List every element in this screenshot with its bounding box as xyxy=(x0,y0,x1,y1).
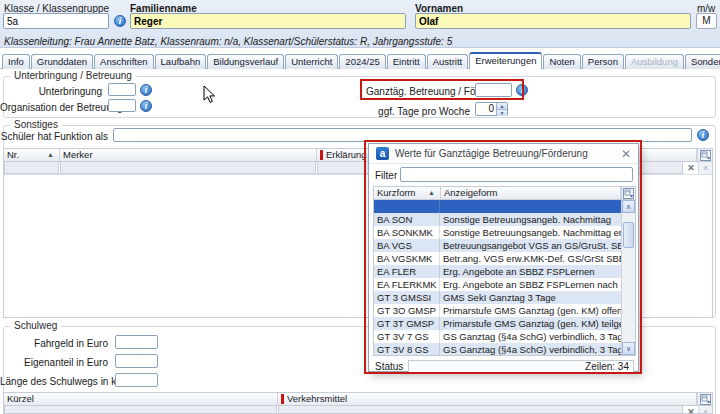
cell-kurzform: GT 3O GMSP xyxy=(374,304,440,317)
tage-spinner[interactable]: 0 ▲ ▼ xyxy=(475,102,508,116)
tage-value: 0 xyxy=(476,103,496,115)
tage-label: ggf. Tage pro Woche xyxy=(366,106,470,117)
required-marker xyxy=(281,394,284,404)
asv-logo-icon: a xyxy=(376,147,389,160)
familienname-input[interactable] xyxy=(130,13,406,29)
dialog-filter-input[interactable] xyxy=(400,167,633,182)
column-header-nr[interactable]: Nr.▲ xyxy=(4,149,60,161)
spin-up-icon[interactable]: ▲ xyxy=(497,103,507,110)
required-marker xyxy=(320,150,323,160)
tab-grunddaten[interactable]: Grunddaten xyxy=(31,54,93,69)
scroll-up-icon[interactable]: ∧ xyxy=(698,406,712,414)
dialog-scrollbar[interactable]: ∧ ∨ xyxy=(621,200,635,355)
column-header-kuerzel[interactable]: Kürzel xyxy=(4,393,278,405)
tab-2024-25[interactable]: 2024/25 xyxy=(339,54,385,69)
organisation-label: Organisation der Betreuung xyxy=(0,102,102,113)
eigenanteil-label: Eigenanteil in Euro xyxy=(0,357,108,368)
filter-input-merker[interactable] xyxy=(60,162,316,174)
cell-kurzform: EA FLERKMK xyxy=(374,278,440,291)
tab-anschriften[interactable]: Anschriften xyxy=(94,54,154,69)
tab-noten[interactable]: Noten xyxy=(543,54,580,69)
column-header-verkehrsmittel[interactable]: Verkehrsmittel xyxy=(278,393,697,405)
info-icon[interactable]: i xyxy=(516,84,528,96)
scroll-up-icon[interactable]: ∧ xyxy=(698,162,712,174)
cell-anzeigeform: Sonstige Betreuungsangeb. Nachmittag xyxy=(440,213,621,226)
column-chooser-icon[interactable] xyxy=(697,149,712,161)
clear-filter-icon[interactable]: ✕ xyxy=(684,406,698,414)
dialog-row-selected[interactable] xyxy=(374,200,621,213)
tab-bar: InfoGrunddatenAnschriftenLaufbahnBildung… xyxy=(2,52,718,69)
filter-input-nr[interactable] xyxy=(4,162,59,174)
column-header-anzeigeform[interactable]: Anzeigeform xyxy=(441,187,621,199)
column-chooser-icon[interactable] xyxy=(697,393,712,405)
ganztag-input[interactable] xyxy=(475,83,512,97)
group-sonstiges-legend: Sonstiges xyxy=(10,119,62,130)
dialog-row[interactable]: BA VGSBetreuungsangebot VGS an GS/GruSt.… xyxy=(374,239,621,252)
dialog-row[interactable]: GT 3V 7 GSGS Ganztag (§4a SchG) verbindl… xyxy=(374,330,621,343)
verkehrsmittel-table-header: Kürzel Verkehrsmittel xyxy=(4,393,712,406)
cell-kurzform: BA VGS xyxy=(374,239,440,252)
dialog-row[interactable]: BA SONSonstige Betreuungsangeb. Nachmitt… xyxy=(374,213,621,226)
unterbringung-input[interactable] xyxy=(108,83,136,96)
tab-bildungsverlauf[interactable]: Bildungsverlauf xyxy=(207,54,284,69)
sort-asc-icon: ▲ xyxy=(47,149,56,161)
column-header-kurzform[interactable]: Kurzform▲ xyxy=(374,187,441,199)
info-icon[interactable]: i xyxy=(140,84,152,96)
filter-input-verkehrsmittel[interactable] xyxy=(278,406,683,414)
tab-person[interactable]: Person xyxy=(582,54,624,69)
info-icon[interactable]: i xyxy=(114,15,126,27)
info-icon[interactable]: i xyxy=(697,129,709,141)
organisation-input[interactable] xyxy=(108,99,136,112)
laenge-input[interactable] xyxy=(115,373,158,387)
funktion-input[interactable] xyxy=(113,128,692,142)
klassenleitung-line: Klassenleitung: Frau Annette Batz, Klass… xyxy=(4,36,452,47)
dialog-row[interactable]: GT 3T GMSPPrimarstufe GMS Ganztag (gen. … xyxy=(374,317,621,330)
scrollbar-thumb[interactable] xyxy=(623,222,634,248)
asv-student-window: Klasse / Klassengruppe i Familienname Vo… xyxy=(0,0,720,414)
dialog-titlebar[interactable]: a Werte für Ganztägige Betreuung/Förderu… xyxy=(369,144,638,164)
column-chooser-icon[interactable] xyxy=(621,187,635,199)
status-label: Status xyxy=(375,361,403,372)
laenge-label: Länge des Schulwegs in km xyxy=(0,376,108,387)
close-icon[interactable]: ✕ xyxy=(621,148,631,160)
mw-field[interactable]: M xyxy=(696,13,717,29)
tab-sonderp-d-[interactable]: Sonderpäd. xyxy=(685,54,720,69)
dialog-table: Kurzform▲ Anzeigeform BA SONSonstige Bet… xyxy=(373,186,636,356)
dialog-filter-label: Filter xyxy=(375,170,397,181)
verkehrsmittel-table: Kürzel Verkehrsmittel ✕ ∧ xyxy=(3,392,713,414)
tab-ausbildung: Ausbildung xyxy=(625,54,684,69)
dialog-row[interactable]: EA FLERErg. Angebote an SBBZ FSPLernen xyxy=(374,265,621,278)
dialog-table-body: BA SONSonstige Betreuungsangeb. Nachmitt… xyxy=(374,200,621,355)
fahrgeld-input[interactable] xyxy=(115,335,158,349)
cell-anzeigeform: GS Ganztag (§4a SchG) verbindlich, 3 Tag… xyxy=(440,330,621,343)
verkehrsmittel-filter-row: ✕ ∧ xyxy=(4,406,712,414)
clear-filter-icon[interactable]: ✕ xyxy=(684,162,698,174)
cell-kurzform: GT 3V 8 GS xyxy=(374,343,440,356)
dialog-row[interactable]: EA FLERKMKErg. Angebote an SBBZ FSPLerne… xyxy=(374,278,621,291)
eigenanteil-input[interactable] xyxy=(115,354,158,368)
tab-unterricht[interactable]: Unterricht xyxy=(285,54,338,69)
klasse-input[interactable] xyxy=(3,13,109,29)
dialog-row[interactable]: BA VGSKMKBetr.ang. VGS erw.KMK-Def. GS/G… xyxy=(374,252,621,265)
dialog-row[interactable]: GT 3 GMSSIGMS SekI Ganztag 3 Tage xyxy=(374,291,621,304)
filter-input-kuerzel[interactable] xyxy=(4,406,277,414)
vornamen-input[interactable] xyxy=(415,13,691,29)
tab-austritt[interactable]: Austritt xyxy=(427,54,469,69)
tab-info[interactable]: Info xyxy=(2,54,30,69)
cell-kurzform: GT 3V 7 GS xyxy=(374,330,440,343)
scroll-up-icon[interactable]: ∧ xyxy=(622,200,635,213)
tab-eintritt[interactable]: Eintritt xyxy=(387,54,426,69)
info-icon[interactable]: i xyxy=(140,100,152,112)
dialog-statusbar: Status Zeilen: 34 xyxy=(369,359,638,373)
tab-laufbahn[interactable]: Laufbahn xyxy=(155,54,207,69)
cell-anzeigeform: GMS SekI Ganztag 3 Tage xyxy=(440,291,621,304)
tab-erweiterungen[interactable]: Erweiterungen xyxy=(469,52,542,69)
dialog-row[interactable]: GT 3V 8 GSGS Ganztag (§4a SchG) verbindl… xyxy=(374,343,621,356)
spin-down-icon[interactable]: ▼ xyxy=(497,110,507,116)
dialog-row[interactable]: GT 3O GMSPPrimarstufe GMS Ganztag (gen. … xyxy=(374,304,621,317)
dialog-row[interactable]: BA SONKMKSonstige Betreuungsangeb. Nachm… xyxy=(374,226,621,239)
scroll-down-icon[interactable]: ∨ xyxy=(622,342,635,355)
column-header-merker[interactable]: Merker xyxy=(60,149,317,161)
dialog-table-header: Kurzform▲ Anzeigeform xyxy=(374,187,635,200)
cell-kurzform: BA VGSKMK xyxy=(374,252,440,265)
